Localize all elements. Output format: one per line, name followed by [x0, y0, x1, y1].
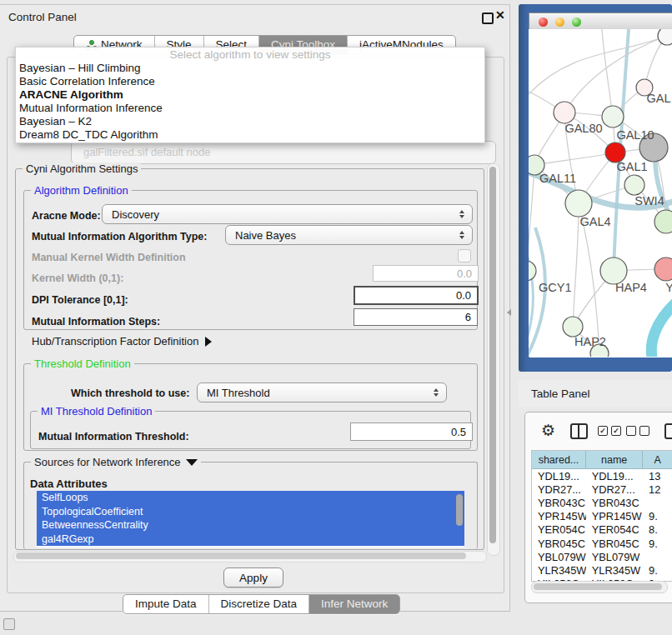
network-canvas[interactable]: GAL GAL80 GAL10 GAL1 GAL11 SWI4 GAL4 GCY… — [529, 29, 672, 357]
float-window-icon[interactable] — [482, 12, 494, 24]
algorithm-placeholder: Select algorithm to view settings — [16, 48, 484, 62]
table-cell: 9. — [643, 510, 672, 523]
tab-infer-network[interactable]: Infer Network — [309, 595, 399, 613]
table-row[interactable]: YLR345WYLR345W9. — [532, 563, 672, 577]
algorithm-definition-title: Algorithm Definition — [31, 184, 132, 197]
table-body: YDL19...YDL19...13YDR27...YDR27...12YBR0… — [532, 469, 672, 582]
table-row[interactable]: YBR043CYBR043C — [532, 496, 672, 509]
dpi-tolerance-label: DPI Tolerance [0,1]: — [32, 294, 128, 306]
minimize-traffic-light-icon[interactable] — [555, 18, 564, 27]
table-row[interactable]: YPR145WYPR145W9. — [532, 510, 672, 523]
network-node-gal80[interactable] — [554, 102, 575, 123]
chevron-right-icon — [205, 337, 212, 347]
node-label: GAL1 — [616, 160, 647, 173]
algorithm-option[interactable]: Dream8 DC_TDC Algorithm — [16, 128, 484, 142]
aracne-mode-label: Aracne Mode: — [32, 210, 101, 222]
zoom-traffic-light-icon[interactable] — [572, 18, 581, 27]
node-label: SWI4 — [634, 194, 664, 208]
deselect-all-checkboxes-icon[interactable] — [626, 426, 649, 436]
gear-icon[interactable]: ⚙ — [541, 421, 555, 440]
table-cell: YBR043C — [586, 496, 643, 509]
threshold-definition-title: Threshold Definition — [31, 358, 134, 370]
split-columns-icon[interactable] — [570, 423, 588, 439]
algorithm-option[interactable]: Bayesian – Hill Climbing — [16, 62, 484, 75]
network-node[interactable] — [654, 210, 672, 233]
cyni-algorithm-settings-title: Cyni Algorithm Settings — [23, 162, 141, 175]
node-label: HAP2 — [574, 335, 606, 348]
column-header[interactable]: shared... — [532, 451, 586, 468]
tab-discretize-data[interactable]: Discretize Data — [209, 595, 310, 613]
dpi-tolerance-input[interactable]: 0.0 — [354, 286, 479, 305]
close-icon[interactable]: ✕ — [495, 8, 505, 22]
list-scrollbar[interactable] — [456, 494, 463, 526]
settings-horizontal-scrollbar[interactable] — [13, 551, 487, 562]
mi-algorithm-type-label: Mutual Information Algorithm Type: — [32, 231, 207, 242]
table-row[interactable]: YBL079WYBL079W — [532, 550, 672, 563]
table-cell: 12 — [643, 482, 672, 496]
close-traffic-light-icon[interactable] — [539, 18, 548, 27]
algorithm-option[interactable]: Basic Correlation Inference — [16, 75, 484, 88]
table-cell: YBR045C — [586, 537, 643, 550]
tab-impute-data[interactable]: Impute Data — [123, 595, 209, 613]
algorithm-option[interactable]: Mutual Information Inference — [16, 102, 484, 115]
split-pane-toggle-icon[interactable] — [507, 309, 511, 316]
which-threshold-combobox[interactable]: MI Threshold — [197, 382, 447, 402]
aracne-mode-combobox[interactable]: Discovery — [102, 204, 473, 224]
network-node-hap2[interactable] — [563, 317, 583, 337]
stepper-arrows-icon — [459, 231, 464, 239]
network-window-titlebar[interactable] — [529, 13, 672, 30]
settings-vertical-scrollbar[interactable] — [487, 163, 500, 556]
stepper-arrows-icon — [434, 388, 439, 397]
table-cell: YPR145W — [532, 510, 586, 523]
select-all-checkboxes-icon[interactable]: ✓✓ — [598, 426, 621, 436]
algorithm-option-selected[interactable]: ARACNE Algorithm — [16, 88, 484, 102]
sources-title: Sources for Network Inference — [31, 456, 201, 468]
table-row[interactable]: YDR27...YDR27...12 — [532, 482, 672, 496]
network-node-gcy1[interactable] — [529, 261, 536, 281]
list-item[interactable]: SelfLoops — [37, 491, 464, 505]
toolbar-icon[interactable] — [664, 423, 672, 439]
network-node[interactable] — [654, 258, 672, 281]
network-node-swi4[interactable] — [624, 175, 644, 195]
apply-button[interactable]: Apply — [223, 568, 283, 588]
table-cell: YER054C — [586, 523, 643, 537]
table-data-combobox[interactable]: galFiltered.sif default node — [71, 141, 496, 164]
table-row[interactable]: YBR045CYBR045C9. — [532, 537, 672, 550]
stepper-arrows-icon — [459, 210, 464, 218]
minimized-panel-icon[interactable] — [3, 618, 15, 630]
list-item[interactable]: TopologicalCoefficient — [37, 505, 464, 519]
mi-steps-input[interactable]: 6 — [354, 308, 478, 326]
table-row[interactable]: YER054CYER054C8. — [532, 523, 672, 537]
column-header[interactable]: A — [643, 451, 672, 468]
network-node-gal4[interactable] — [565, 190, 592, 217]
which-threshold-label: Which threshold to use: — [71, 388, 189, 399]
network-node[interactable] — [658, 29, 672, 45]
manual-kernel-width-label: Manual Kernel Width Definition — [32, 252, 186, 263]
table-cell: 8. — [643, 523, 672, 537]
node-label: GCY1 — [539, 281, 572, 294]
table-cell: YPR145W — [586, 510, 643, 523]
table-cell: YDR27... — [532, 482, 586, 496]
table-panel-title: Table Panel — [531, 388, 590, 400]
list-item[interactable]: BetweennessCentrality — [37, 518, 464, 532]
table-cell — [643, 496, 672, 509]
algorithm-option[interactable]: Bayesian – K2 — [16, 115, 484, 128]
column-header[interactable]: name — [586, 451, 643, 468]
table-horizontal-scrollbar[interactable] — [531, 581, 668, 593]
node-label: GAL80 — [564, 122, 602, 135]
control-panel-title: Control Panel — [8, 11, 77, 23]
hub-definition-disclosure[interactable]: Hub/Transcription Factor Definition — [32, 335, 212, 348]
table-cell: YBL079W — [532, 550, 586, 563]
table-row[interactable]: YDL19...YDL19...13 — [532, 469, 672, 482]
mi-algorithm-type-combobox[interactable]: Naive Bayes — [225, 225, 473, 245]
table-cell — [643, 550, 672, 563]
table-cell: YDL19... — [586, 469, 643, 482]
mi-threshold-input[interactable]: 0.5 — [350, 422, 473, 441]
network-node-gal10[interactable] — [602, 106, 624, 128]
list-item[interactable]: gal4RGexp — [37, 532, 464, 547]
kernel-width-input[interactable]: 0.0 — [373, 265, 479, 282]
table-cell: 9. — [643, 563, 672, 577]
table-cell: YLR345W — [586, 563, 643, 577]
table-cell: YBR043C — [532, 496, 586, 509]
manual-kernel-width-checkbox[interactable] — [458, 249, 471, 262]
